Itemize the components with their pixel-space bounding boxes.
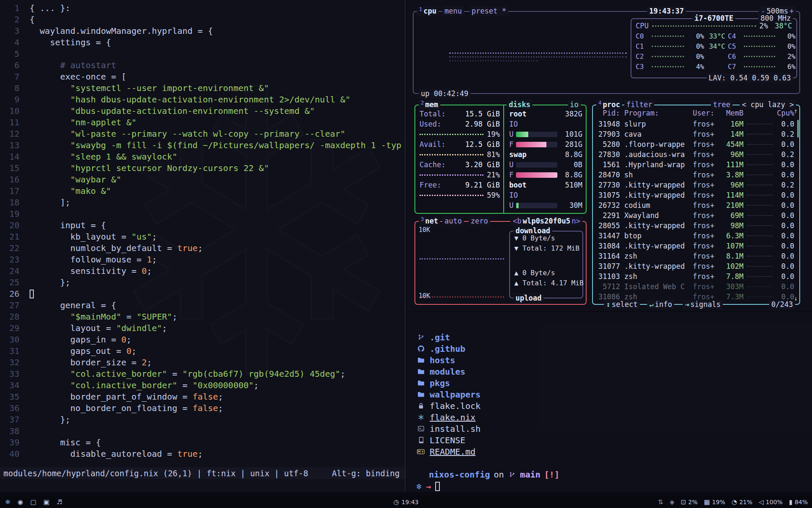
proc-header-pid[interactable]: Pid:	[597, 109, 624, 119]
proc-header-cpu[interactable]: Cpu%	[776, 109, 794, 119]
process-row[interactable]: 31084.kitty-wrappedfros+107M0.0	[597, 241, 794, 251]
code-line[interactable]: 4 settings = {	[0, 37, 405, 48]
code-line[interactable]: 10 "dbus-update-activation-environment -…	[0, 105, 405, 117]
btop-preset-button[interactable]: preset *	[469, 6, 508, 16]
code-line[interactable]: 39 misc = {	[0, 437, 405, 448]
code-line[interactable]: 34 "col.inactive_border" = "0x00000000";	[0, 380, 405, 391]
process-row[interactable]: 31075.kitty-wrappedfros+114M0.0	[597, 190, 794, 200]
shell-input-line[interactable]: ❄ →	[406, 480, 812, 492]
code-line[interactable]: 17 "mako &"	[0, 185, 405, 197]
process-row[interactable]: 31164zshfros+8.1M0.0	[597, 251, 794, 261]
process-row[interactable]: 5712Isolated Web Cfros+303M0.0	[597, 282, 794, 292]
btop-menu-button[interactable]: menu	[442, 6, 464, 16]
code-line[interactable]: 35 border_part_of_window = false;	[0, 391, 405, 403]
btop-window[interactable]: 1 cpu menu preset * 19:43:37 - 500ms + u…	[406, 0, 812, 311]
code-line[interactable]: 6 # autostart	[0, 60, 405, 71]
code-line[interactable]: 13 "swaybg -m fill -i $(find ~/Pictures/…	[0, 140, 405, 151]
process-row[interactable]: 31077.kitty-wrappedfros+102M0.0	[597, 261, 794, 271]
proc-signals-button[interactable]: ⇥ signals	[683, 300, 723, 309]
code-line[interactable]: 16 "waybar &"	[0, 174, 405, 185]
network-tray-icon[interactable]: ⇅	[658, 498, 664, 506]
code-line[interactable]: 19	[0, 208, 405, 220]
process-row[interactable]: 31447btopfros+6.3M0.0	[597, 231, 794, 241]
process-cpu: 0.0	[776, 119, 794, 129]
code-line[interactable]: 37 };	[0, 414, 405, 425]
code-line[interactable]: 38	[0, 425, 405, 437]
process-cpu: 0.0	[776, 241, 794, 251]
code-line[interactable]: 40 disable_autoreload = true;	[0, 448, 405, 460]
process-row[interactable]: 27903cavafros+14M0.2	[597, 129, 794, 139]
proc-sort-selector[interactable]: < cpu lazy >	[740, 100, 796, 109]
code-line[interactable]: 30 gaps_in = 0;	[0, 334, 405, 345]
record-icon[interactable]: ◉	[18, 498, 23, 506]
code-line[interactable]: 32 border_size = 2;	[0, 357, 405, 368]
clock-module[interactable]: ◷ 19:43	[393, 498, 418, 506]
code-line[interactable]: 26	[0, 288, 405, 300]
code-line[interactable]: 7 exec-once = [	[0, 71, 405, 83]
code-line[interactable]: 14 "sleep 1 && swaylock"	[0, 151, 405, 163]
process-row[interactable]: 2291Xwaylandfros+69M0.0	[597, 210, 794, 221]
terminal-window[interactable]: .git.githubhostsmodulespkgswallpapersfla…	[406, 312, 812, 492]
music-icon[interactable]: ♬	[57, 498, 62, 506]
proc-scrollbar[interactable]	[797, 120, 799, 138]
proc-info-button[interactable]: ↵ info	[647, 300, 674, 309]
code-line[interactable]: 9 "hash dbus-update-activation-environme…	[0, 94, 405, 105]
process-row[interactable]: 28470shfros+3.8M0.0	[597, 170, 794, 180]
code-line[interactable]: 22 numlock_by_default = true;	[0, 243, 405, 254]
code-line[interactable]: 3 wayland.windowManager.hyprland = {	[0, 25, 405, 37]
process-row[interactable]: 31948slurpfros+16M0.0	[597, 119, 794, 129]
proc-header-program[interactable]: Program:	[624, 109, 693, 119]
battery-module-value: 84%	[795, 499, 808, 505]
disks-io-toggle[interactable]: io	[568, 100, 581, 109]
code-line[interactable]: 23 follow_mouse = 1;	[0, 254, 405, 265]
proc-tree-toggle[interactable]: tree	[711, 100, 732, 109]
code-line[interactable]: 12 "wl-paste --primary --watch wl-copy -…	[0, 128, 405, 140]
battery-module[interactable]: ▮84%	[789, 498, 808, 506]
editor-window[interactable]: 1{ ... }:2{3 wayland.windowManager.hyprl…	[0, 0, 406, 492]
code-line[interactable]: 21 kb_layout = "us";	[0, 231, 405, 243]
code-line[interactable]: 29 layout = "dwindle";	[0, 323, 405, 334]
process-row[interactable]: 31103zshfros+7.8M0.0	[597, 271, 794, 282]
code-line[interactable]: 8 "systemctl --user import-environment &…	[0, 83, 405, 94]
window-grid-icon[interactable]: ▣	[44, 498, 49, 506]
proc-filter-button[interactable]: filter	[624, 100, 654, 109]
memory-module[interactable]: ▦19%	[704, 498, 725, 506]
cpu-core-row: C00%33°C	[636, 31, 725, 41]
code-line[interactable]: 28 "$mainMod" = "SUPER";	[0, 311, 405, 323]
code-line[interactable]: 31 gaps_out = 0;	[0, 345, 405, 357]
disk-module[interactable]: ◔21%	[732, 498, 752, 506]
net-interface-selector[interactable]: <b wlp0s20f0u5 n>	[510, 216, 582, 226]
git-branch-icon	[508, 472, 516, 478]
net-auto-toggle[interactable]: auto	[442, 216, 464, 226]
process-pid: 27830	[597, 149, 624, 160]
nixos-logo-icon[interactable]: ❄	[5, 498, 11, 506]
process-row[interactable]: 26732codiumfros+210M0.0	[597, 200, 794, 210]
process-row[interactable]: 27730.kitty-wrappedfros+96M0.2	[597, 180, 794, 190]
proc-select-button[interactable]: ↕ select	[604, 300, 640, 309]
code-line[interactable]: 1{ ... }:	[0, 3, 405, 14]
code-line[interactable]: 20 input = {	[0, 220, 405, 231]
cpu-module[interactable]: ⊡2%	[681, 498, 698, 506]
code-line[interactable]: 27 general = {	[0, 300, 405, 311]
process-pid: 31084	[597, 241, 624, 251]
code-line[interactable]: 36 no_border_on_floating = false;	[0, 403, 405, 414]
display-icon[interactable]: ▢	[30, 498, 36, 506]
code-line[interactable]: 24 sensitivity = 0;	[0, 265, 405, 277]
code-line[interactable]: 5	[0, 48, 405, 60]
process-row[interactable]: 5280.floorp-wrappefros+454M0.0	[597, 139, 794, 149]
code-line[interactable]: 33 "col.active_border" = "rgb(cba6f7) rg…	[0, 368, 405, 380]
code-line[interactable]: 2{	[0, 14, 405, 25]
code-line[interactable]: 18 ];	[0, 197, 405, 208]
code-line[interactable]: 25 };	[0, 277, 405, 288]
code-line[interactable]: 11 "nm-applet &"	[0, 117, 405, 128]
volume-module[interactable]: ◁100%	[759, 498, 783, 506]
net-zero-toggle[interactable]: zero	[469, 216, 490, 226]
terminal-cursor[interactable]	[435, 482, 440, 491]
process-row[interactable]: 28055.kitty-wrappedfros+98M0.0	[597, 221, 794, 231]
proc-header-mem[interactable]: MemB	[719, 109, 743, 119]
proc-header-user[interactable]: User:	[693, 109, 719, 119]
process-row[interactable]: 1561.Hyprland-wrapfros+111M0.0	[597, 160, 794, 170]
code-line[interactable]: 15 "hyprctl setcursor Nordzy-cursors 22 …	[0, 163, 405, 174]
tray-icon[interactable]: ◈	[669, 498, 675, 506]
process-row[interactable]: 27830.audacious-wrafros+96M0.2	[597, 149, 794, 160]
